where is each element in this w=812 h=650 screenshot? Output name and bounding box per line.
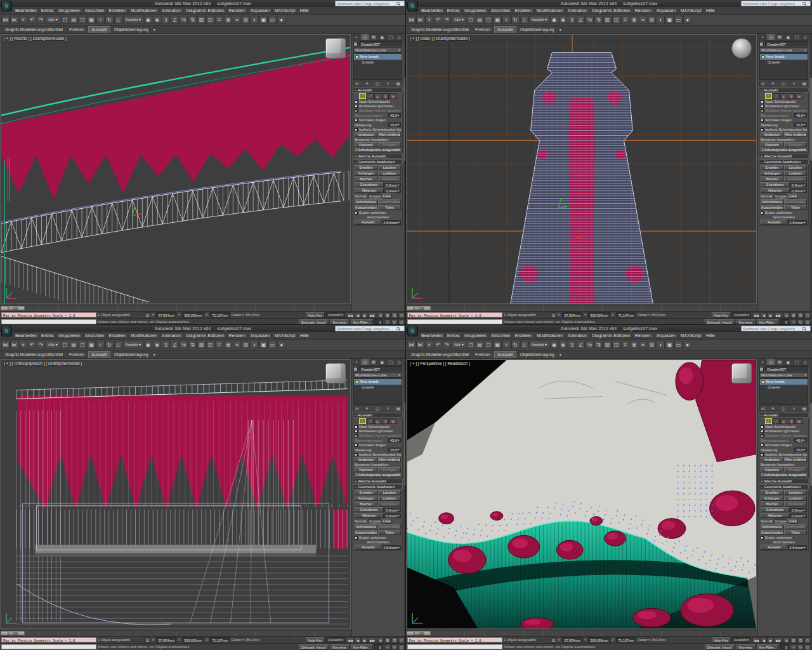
x-coordinate-field[interactable]: 57,824mm: [562, 312, 582, 317]
angle-snap-icon[interactable]: ∠: [577, 341, 585, 349]
lokal-toggle[interactable]: Lokal: [383, 519, 392, 524]
use-pivot-point-icon[interactable]: ◉: [550, 341, 558, 349]
selection-lock-icon[interactable]: ⊡: [145, 637, 150, 643]
angle-snap-icon[interactable]: ∠: [171, 16, 179, 24]
maximize-viewport-toggle-icon[interactable]: ◱: [804, 319, 811, 325]
percent-snap-icon[interactable]: %: [586, 16, 594, 24]
viewport[interactable]: [ + ] [ Oben ] [ Drahtgittermodell ]: [407, 34, 757, 304]
zoom-extents-icon[interactable]: ⊡: [797, 312, 804, 318]
aufschneiden-button[interactable]: Aufschneiden: [378, 199, 401, 204]
face-icon[interactable]: ◣: [780, 93, 787, 99]
select-object-icon[interactable]: ▢: [467, 341, 475, 349]
ribbon-tab-freiform[interactable]: Freiform: [473, 352, 493, 358]
menu-item[interactable]: Modifikatoren: [131, 8, 157, 13]
title-bar[interactable]: S Autodesk 3ds Max 2012 x64 suitgebiss07…: [406, 325, 812, 332]
motion-tab-icon[interactable]: ◉: [784, 34, 793, 40]
menu-item[interactable]: Modifikatoren: [537, 333, 563, 338]
make-unique-icon[interactable]: ◫: [376, 81, 379, 86]
viewport[interactable]: [ + ] [ Orthographisch ] [ Drahtgittermo…: [1, 359, 351, 629]
skalierung-spinner[interactable]: 20,0: [794, 123, 807, 127]
extrudieren-spinner[interactable]: 0,0mm: [790, 508, 807, 512]
pin-stack-icon[interactable]: ⊙: [761, 406, 764, 411]
go-to-end-icon[interactable]: ▶▶: [369, 637, 376, 643]
sichtbare-kanten-checkbox[interactable]: [355, 109, 358, 112]
set-key-button[interactable]: Key eins.: [331, 644, 350, 650]
hierarchy-tab-icon[interactable]: ▤: [369, 359, 378, 365]
rollout-geometrie-header[interactable]: − Geometrie bearbeiten: [759, 159, 809, 164]
orbit-icon[interactable]: ↻: [797, 644, 804, 650]
play-animation-icon[interactable]: ▶: [362, 312, 368, 318]
select-and-move-icon[interactable]: +: [502, 16, 511, 24]
zoom-region-icon[interactable]: ◰: [804, 312, 811, 318]
menu-item[interactable]: Extras: [447, 333, 460, 338]
snap-toggle-icon[interactable]: 3: [568, 16, 576, 24]
einfuegen-button[interactable]: Einfügen: [378, 467, 401, 472]
maxscript-mini-listener-pink[interactable]: Max to Physics Geometry Scale = 1.0: [407, 637, 502, 642]
menu-item[interactable]: Anpassen: [250, 333, 270, 338]
render-setup-icon[interactable]: ▣: [665, 16, 674, 24]
zoom-icon[interactable]: ⊕: [377, 312, 384, 318]
extrudieren-spinner[interactable]: 0,0mm: [790, 183, 807, 187]
umdrehen-button[interactable]: Umdrehen: [378, 501, 401, 507]
layer-manager-icon[interactable]: ≣: [224, 341, 232, 349]
rollout-auswahl-header[interactable]: − Auswahl: [759, 88, 809, 93]
ribbon-tab-auswahl[interactable]: Auswahl: [88, 351, 110, 358]
percent-snap-icon[interactable]: %: [180, 341, 188, 349]
selection-set-dropdown[interactable]: Auswahl▾: [732, 312, 751, 318]
normalen-zeigen-checkbox[interactable]: [761, 119, 764, 122]
help-search-input[interactable]: [742, 1, 802, 6]
y-coordinate-field[interactable]: 309,026mm: [588, 637, 610, 642]
add-time-tag-button[interactable]: Zeitmark. hinzuf.: [705, 319, 735, 325]
rollout-weiche-auswahl-header[interactable]: + Weiche Auswahl: [759, 479, 809, 484]
edit-named-selections-icon[interactable]: ▥: [603, 341, 612, 349]
selection-lock-icon[interactable]: ⊡: [551, 312, 556, 318]
3ds-max-logo-icon[interactable]: S: [407, 1, 418, 11]
ebenengrenzwert-spinner[interactable]: 45,0: [794, 438, 807, 442]
edge-icon[interactable]: ╱: [367, 93, 374, 99]
edit-named-selections-icon[interactable]: ▥: [197, 341, 206, 349]
orbit-icon[interactable]: ↻: [797, 319, 804, 325]
rendered-frame-window-icon[interactable]: ▭: [674, 16, 683, 24]
curve-editor-icon[interactable]: ≈: [233, 341, 241, 349]
render-production-icon[interactable]: ●: [277, 341, 285, 349]
unlink-selection-icon[interactable]: ⋉: [416, 341, 424, 349]
enden-verfeinern-checkbox[interactable]: [761, 211, 764, 215]
x-coordinate-field[interactable]: 57,824mm: [562, 637, 582, 642]
isolierte-scheitelpunkte-checkbox[interactable]: [761, 453, 764, 456]
select-and-scale-icon[interactable]: △: [520, 16, 528, 24]
y-coordinate-field[interactable]: 309,026mm: [182, 637, 204, 642]
zoom-all-icon[interactable]: ⊞: [384, 637, 391, 643]
viewcube[interactable]: [325, 38, 346, 58]
menu-item[interactable]: Ansichten: [85, 8, 105, 13]
remove-modifier-icon[interactable]: ×: [387, 81, 390, 86]
create-tab-icon[interactable]: +: [352, 34, 361, 40]
spinner-snap-icon[interactable]: ⇅: [188, 16, 197, 24]
help-search-input[interactable]: [336, 1, 396, 6]
render-setup-icon[interactable]: ▣: [259, 16, 268, 24]
verschweissen-spinner[interactable]: 2,54mm: [382, 545, 401, 550]
unlink-selection-icon[interactable]: ⋉: [416, 16, 424, 24]
mirror-icon[interactable]: ◫: [612, 16, 620, 24]
gruppe-toggle[interactable]: Gruppe: [369, 194, 381, 199]
redo-icon[interactable]: ↷: [37, 16, 45, 24]
make-unique-icon[interactable]: ◫: [782, 406, 785, 411]
teilen-button[interactable]: Teilen: [784, 530, 807, 535]
vertex-icon[interactable]: ∴: [359, 93, 366, 99]
verdecken-button[interactable]: Verdecken: [761, 457, 783, 462]
menu-item[interactable]: Anpassen: [656, 8, 676, 13]
display-tab-icon[interactable]: ▢: [792, 34, 801, 40]
menu-item[interactable]: Gruppieren: [464, 333, 487, 338]
zoom-region-icon[interactable]: ◰: [398, 637, 405, 643]
stack-item-quader[interactable]: Quader: [354, 60, 402, 65]
object-color-swatch[interactable]: [759, 42, 764, 46]
display-tab-icon[interactable]: ▢: [386, 34, 395, 40]
aufschneiden-button[interactable]: Aufschneiden: [378, 524, 401, 529]
key-filter-button[interactable]: Key-Filter...: [351, 644, 373, 650]
rollout-auswahl-header[interactable]: − Auswahl: [353, 413, 403, 418]
menu-item[interactable]: Rendern: [229, 8, 246, 13]
z-coordinate-field[interactable]: 71,107mm: [210, 312, 230, 317]
lokal-toggle[interactable]: Lokal: [789, 519, 798, 524]
play-animation-icon[interactable]: ▶: [362, 637, 368, 643]
face-icon[interactable]: ◣: [374, 93, 381, 99]
bind-to-space-warp-icon[interactable]: ⌖: [425, 16, 433, 24]
